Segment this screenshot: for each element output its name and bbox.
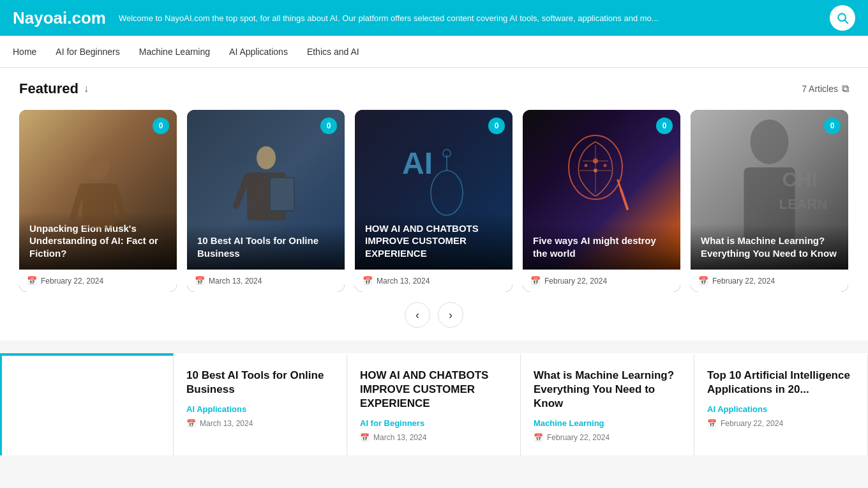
bottom-card-2-category: AI Applications <box>186 404 334 414</box>
svg-text:CHI: CHI <box>782 168 818 191</box>
nav-item-home[interactable]: Home <box>13 47 36 57</box>
bottom-card-3[interactable]: HOW AI AND CHATBOTS IMPROVE CUSTOMER EXP… <box>347 353 521 455</box>
featured-sort-icon[interactable]: ↓ <box>84 83 89 95</box>
person-illustration <box>70 148 127 231</box>
bottom-card-5-date-row: 📅 February 22, 2024 <box>707 419 855 428</box>
nav-item-ai-beginners[interactable]: AI for Beginners <box>56 47 119 57</box>
copy-icon: ⧉ <box>842 83 849 95</box>
nav-item-ai-applications[interactable]: AI Applications <box>229 47 288 57</box>
svg-point-21 <box>593 158 598 164</box>
svg-line-15 <box>621 190 627 209</box>
card-5-date-row: 📅 February 22, 2024 <box>691 270 848 292</box>
header-tagline: Welcome to NayoAI.com the top spot, for … <box>119 13 830 23</box>
bottom-card-5-category: AI Applications <box>707 404 855 414</box>
bottom-card-5-title: Top 10 Artificial Intelligence Applicati… <box>707 369 855 397</box>
svg-point-23 <box>584 164 587 167</box>
card-2-image: 0 10 Best AI Tools for Online Business <box>187 110 345 270</box>
bottom-card-2-date: March 13, 2024 <box>200 419 253 428</box>
card-4-title: Five ways AI might destroy the world <box>533 234 670 259</box>
svg-line-10 <box>236 177 247 206</box>
card-3-image: 0 AI HOW AI AND CHATBOTS IMPROVE CUSTOME… <box>355 110 513 270</box>
bottom-card-3-title: HOW AI AND CHATBOTS IMPROVE CUSTOMER EXP… <box>360 369 507 411</box>
bottom-section: 10 Best AI Tools for Online Business AI … <box>0 340 868 455</box>
card-4-image: 0 <box>523 110 680 270</box>
card-2-title: 10 Best AI Tools for Online Business <box>197 234 334 259</box>
featured-header: Featured ↓ 7 Articles ⧉ <box>19 80 849 97</box>
svg-text:LEARN: LEARN <box>779 196 828 212</box>
card-5-image: 0 CHI LEARN What is Machine Learning? Ev… <box>691 110 848 270</box>
calendar-icon: 📅 <box>698 276 708 286</box>
card-5-badge: 0 <box>824 118 841 134</box>
bottom-card-4-title: What is Machine Learning? Everything You… <box>534 369 681 411</box>
calendar-icon: 📅 <box>534 433 543 442</box>
bottom-card-4[interactable]: What is Machine Learning? Everything You… <box>521 353 694 455</box>
bottom-card-2[interactable]: 10 Best AI Tools for Online Business AI … <box>174 353 347 455</box>
featured-card-5[interactable]: 0 CHI LEARN What is Machine Learning? Ev… <box>691 110 848 292</box>
calendar-icon: 📅 <box>186 419 196 428</box>
featured-title: Featured <box>19 80 79 97</box>
bottom-card-4-date-row: 📅 February 22, 2024 <box>534 433 681 442</box>
card-1-badge: 0 <box>153 118 169 134</box>
card-2-badge: 0 <box>320 118 337 134</box>
card-3-date: March 13, 2024 <box>377 277 430 286</box>
featured-card-4[interactable]: 0 <box>523 110 680 292</box>
featured-card-2[interactable]: 0 10 Best AI Tools for Online Business 📅… <box>187 110 345 292</box>
nav-item-ethics-ai[interactable]: Ethics and AI <box>307 47 359 57</box>
person-tablet-illustration <box>231 142 301 231</box>
featured-card-3[interactable]: 0 AI HOW AI AND CHATBOTS IMPROVE CUSTOME… <box>355 110 513 292</box>
search-button[interactable] <box>830 5 855 31</box>
svg-point-6 <box>257 146 276 169</box>
svg-line-5 <box>114 187 124 218</box>
card-5-title: What is Machine Learning? Everything You… <box>701 234 838 259</box>
card-2-overlay: 10 Best AI Tools for Online Business <box>187 224 345 270</box>
featured-count: 7 Articles ⧉ <box>802 83 849 95</box>
carousel-next-button[interactable]: › <box>438 302 463 328</box>
card-4-date-row: 📅 February 22, 2024 <box>523 270 680 292</box>
bottom-card-4-date: February 22, 2024 <box>547 433 610 442</box>
svg-rect-3 <box>82 183 114 228</box>
main-nav: Home AI for Beginners Machine Learning A… <box>0 36 868 68</box>
featured-card-1[interactable]: 0 Unpacking Elon Musk's Understanding of… <box>19 110 177 292</box>
featured-title-wrap: Featured ↓ <box>19 80 89 97</box>
calendar-icon: 📅 <box>195 276 205 286</box>
bottom-cards-list: 10 Best AI Tools for Online Business AI … <box>0 353 868 455</box>
card-3-title: HOW AI AND CHATBOTS IMPROVE CUSTOMER EXP… <box>365 222 502 260</box>
bottom-card-3-category: AI for Beginners <box>360 418 507 428</box>
card-2-date: March 13, 2024 <box>209 277 262 286</box>
bottom-card-5[interactable]: Top 10 Artificial Intelligence Applicati… <box>694 353 868 455</box>
calendar-icon: 📅 <box>27 276 37 286</box>
nav-item-machine-learning[interactable]: Machine Learning <box>139 47 210 57</box>
bottom-card-placeholder[interactable] <box>0 353 174 455</box>
calendar-icon: 📅 <box>360 433 370 442</box>
svg-point-12 <box>431 171 463 215</box>
card-5-overlay: What is Machine Learning? Everything You… <box>691 224 848 270</box>
bottom-card-3-date: March 13, 2024 <box>373 433 426 442</box>
card-4-overlay: Five ways AI might destroy the world <box>523 224 680 270</box>
svg-point-25 <box>751 119 789 164</box>
svg-point-2 <box>87 152 110 180</box>
card-1-date: February 22, 2024 <box>41 277 103 286</box>
card-3-date-row: 📅 March 13, 2024 <box>355 270 513 292</box>
svg-point-24 <box>603 164 606 167</box>
card-5-date: February 22, 2024 <box>712 277 775 286</box>
svg-line-4 <box>73 187 82 218</box>
calendar-icon: 📅 <box>363 276 373 286</box>
card-1-image: 0 Unpacking Elon Musk's Understanding of… <box>19 110 177 270</box>
card-4-date: February 22, 2024 <box>544 277 607 286</box>
header: Nayoai.com Welcome to NayoAI.com the top… <box>0 0 868 36</box>
card-4-badge: 0 <box>656 118 673 134</box>
svg-point-22 <box>594 169 597 172</box>
brain-circuit-illustration <box>560 119 643 228</box>
ai-hand-illustration: AI <box>396 123 472 225</box>
bottom-card-2-title: 10 Best AI Tools for Online Business <box>186 369 334 397</box>
site-logo[interactable]: Nayoai.com <box>13 8 106 28</box>
card-2-date-row: 📅 March 13, 2024 <box>187 270 345 292</box>
svg-text:AI: AI <box>402 146 433 180</box>
featured-cards: 0 Unpacking Elon Musk's Understanding of… <box>19 110 849 292</box>
calendar-icon: 📅 <box>707 419 717 428</box>
svg-rect-9 <box>271 178 294 210</box>
bottom-card-3-date-row: 📅 March 13, 2024 <box>360 433 507 442</box>
card-1-date-row: 📅 February 22, 2024 <box>19 270 177 292</box>
carousel-prev-button[interactable]: ‹ <box>405 302 430 328</box>
svg-line-1 <box>845 20 848 24</box>
